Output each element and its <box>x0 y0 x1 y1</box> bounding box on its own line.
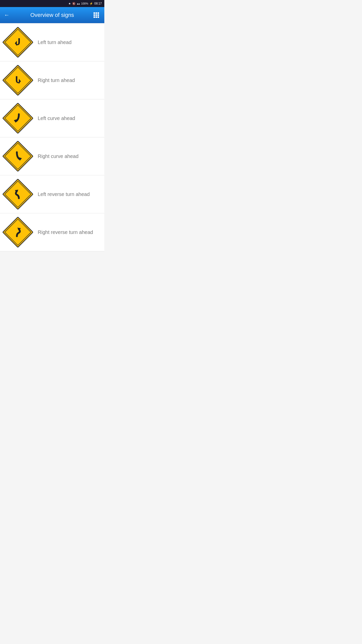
back-button[interactable]: ← <box>4 12 12 18</box>
sign-label: Right turn ahead <box>38 77 75 83</box>
mute-icon: 🔇 <box>72 2 76 5</box>
sign-image-right-curve <box>4 142 32 170</box>
sign-image-left-curve <box>4 104 32 132</box>
sign-label: Right curve ahead <box>38 153 78 159</box>
time-display: 08:17 <box>94 2 102 5</box>
list-item[interactable]: Right curve ahead <box>0 137 104 175</box>
app-bar: ← Overview of signs <box>0 7 104 23</box>
sign-label: Left reverse turn ahead <box>38 191 90 197</box>
signs-list: Left turn ahead Right turn ahead <box>0 23 104 251</box>
grid-view-button[interactable] <box>92 12 100 18</box>
sign-image-left-reverse <box>4 180 32 208</box>
sign-image-left-turn <box>4 28 32 56</box>
grid-icon <box>94 12 99 18</box>
status-icons: ★ 🔇 ▴▴ 100% ⚡ 08:17 <box>68 2 102 5</box>
battery-label: 100% <box>81 2 88 5</box>
sign-label: Right reverse turn ahead <box>38 229 93 235</box>
signal-icon: ▴▴ <box>77 2 80 5</box>
list-item[interactable]: Left reverse turn ahead <box>0 175 104 213</box>
page-title: Overview of signs <box>12 12 92 18</box>
list-item[interactable]: Left turn ahead <box>0 23 104 61</box>
battery-icon: ⚡ <box>89 2 93 5</box>
sign-label: Left curve ahead <box>38 115 75 121</box>
svg-marker-1 <box>19 79 21 84</box>
list-item[interactable]: Right reverse turn ahead <box>0 213 104 251</box>
bluetooth-icon: ★ <box>68 2 71 5</box>
svg-marker-0 <box>15 41 17 46</box>
sign-image-right-reverse <box>4 218 32 246</box>
list-item[interactable]: Left curve ahead <box>0 99 104 137</box>
list-item[interactable]: Right turn ahead <box>0 61 104 99</box>
sign-label: Left turn ahead <box>38 39 72 45</box>
status-bar: ★ 🔇 ▴▴ 100% ⚡ 08:17 <box>0 0 104 7</box>
sign-image-right-turn <box>4 66 32 94</box>
